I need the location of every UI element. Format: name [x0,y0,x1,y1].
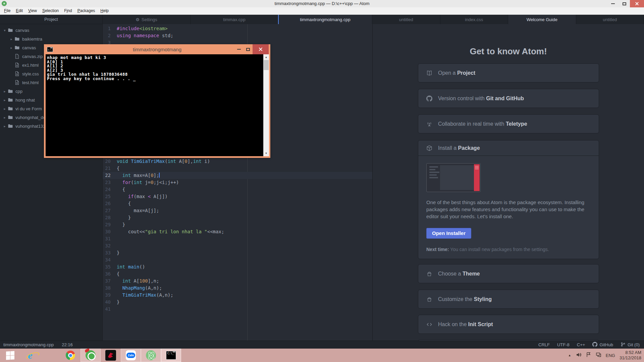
tree-item-label: cpp [15,89,22,94]
code-line-20[interactable]: 20void TimGiaTriMax(int A[0],int i) [103,158,372,165]
welcome-card-init-script[interactable]: Hack on the Init Script [418,315,599,334]
code-line-41[interactable]: 41 [103,306,372,313]
tab-1-index-css[interactable]: index.css [440,15,508,24]
tab-0-untitled[interactable]: untitled [372,15,440,24]
code-line-33[interactable]: 33} [103,249,372,256]
console-window[interactable]: C:\ timmaxtrongmotmang nhap mot mang bat… [44,44,270,158]
console-maximize-button[interactable] [244,44,253,54]
card-header: Version control with Git and GitHub [418,89,599,108]
code-line-39[interactable]: 39 TimGiaTriMax(A,n); [103,292,372,299]
code-text [115,235,117,242]
card-label: Choose a Theme [438,271,480,277]
scrollbar-thumb[interactable] [264,60,269,70]
console-close-button[interactable] [253,44,269,54]
window-close-button[interactable] [630,0,644,7]
action-center-flag-icon[interactable] [586,352,591,359]
taskbar-explorer-icon[interactable] [40,349,60,362]
tab-0-settings[interactable]: ⚙Settings [103,15,191,24]
tree-folder-baikiemtra[interactable]: ▸baikiemtra [0,35,102,43]
menu-view[interactable]: View [25,7,40,14]
taskbar-start-button[interactable] [0,349,20,362]
tray-chevron-up-icon[interactable]: ▲ [568,354,571,357]
code-text: { [115,270,119,278]
window-maximize-button[interactable] [619,0,630,7]
tree-folder-canvas[interactable]: ▾canvas [0,26,102,35]
menu-packages[interactable]: Packages [75,7,98,14]
taskbar-chrome-icon[interactable] [60,349,80,362]
language-indicator[interactable]: ENG [606,353,615,358]
status-filename[interactable]: timmaxtrongmotmang.cpp [3,342,54,347]
tab-1-timmax-cpp[interactable]: timmax.cpp [191,15,278,24]
scroll-up-icon[interactable]: ▲ [263,54,269,60]
window-minimize-button[interactable] [607,0,619,7]
code-line-36[interactable]: 36{ [103,270,372,278]
code-text: int A[100],n; [115,278,159,285]
taskbar-garena-icon[interactable] [101,349,121,362]
code-line-25[interactable]: 25 if(max < A[j]) [103,193,372,200]
code-text: int main() [115,263,145,270]
status-crlf[interactable]: CRLF [538,342,550,347]
code-line-30[interactable]: 30 cout<<"gia tri lon nhat la "<<max; [103,228,372,235]
volume-icon[interactable] [576,352,581,359]
code-line-23[interactable]: 23 for(int j=0;j<i;j++) [103,179,372,186]
clock[interactable]: 8:52 AM 31/12/2018 [620,350,641,361]
code-line-35[interactable]: 35int main() [103,263,372,270]
screen: timmaxtrongmotmang.cpp — D:\c++\cpp — At… [0,0,644,362]
menu-selection[interactable]: Selection [40,7,61,14]
line-number: 22 [103,172,115,179]
status-bar: timmaxtrongmotmang.cpp 22:16 CRLFUTF-8C+… [0,341,644,349]
open-installer-button[interactable]: Open Installer [426,228,471,239]
code-line-26[interactable]: 26 { [103,200,372,207]
menu-file[interactable]: File [1,7,13,14]
code-line-38[interactable]: 38 NhapMang(A,n); [103,285,372,292]
menu-help[interactable]: Help [98,7,111,14]
welcome-card-git-and-github[interactable]: Version control with Git and GitHub [418,89,599,108]
code-line-24[interactable]: 24 { [103,186,372,193]
code-line-34[interactable]: 34 [103,256,372,263]
tree-item-label: canvas [22,45,36,50]
status-utf-8[interactable]: UTF-8 [557,342,570,347]
console-scrollbar[interactable]: ▲ ▼ [263,54,269,156]
code-lines-top: 1#include<iostream>2using namespace std;… [103,25,372,46]
code-line-32[interactable]: 32 [103,242,372,249]
tab-2-timmaxtrongmotmang-cpp[interactable]: timmaxtrongmotmang.cpp [278,15,372,24]
line-number: 36 [103,270,115,278]
taskbar-cmd-icon[interactable]: C:\_ [161,349,181,362]
code-line-29[interactable]: 29 } [103,221,372,228]
status-git[interactable]: Git (0) [621,342,640,348]
tab-3-untitled[interactable]: untitled [576,15,644,24]
code-line-31[interactable]: 31 [103,235,372,242]
code-text [115,256,117,263]
welcome-card-package[interactable]: Install a PackageOne of the best things … [418,140,599,259]
taskbar-atom-icon[interactable] [141,349,161,362]
code-line-1[interactable]: 1#include<iostream> [103,25,372,32]
line-number: 28 [103,214,115,221]
status-cursor-position[interactable]: 22:16 [62,342,73,347]
welcome-card-teletype[interactable]: Collaborate in real time with Teletype [418,114,599,133]
taskbar-coccoc-icon[interactable] [80,349,101,362]
console-body[interactable]: nhap mot mang bat ki 3A[0] 1A[1] 2A[2] 3… [46,54,269,156]
console-titlebar[interactable]: C:\ timmaxtrongmotmang [44,44,270,54]
taskbar-zalo-icon[interactable]: Zalo [121,349,141,362]
taskbar-ie-icon[interactable]: e [20,349,40,362]
console-minimize-button[interactable] [234,44,244,54]
scroll-down-icon[interactable]: ▼ [263,150,269,156]
welcome-card-theme[interactable]: Choose a Theme [418,264,599,283]
menu-edit[interactable]: Edit [13,7,25,14]
network-icon[interactable] [596,352,601,359]
code-line-22[interactable]: 22 int max=A[0]; [103,172,372,179]
code-line-28[interactable]: 28 } [103,214,372,221]
welcome-card-styling[interactable]: Customize the Styling [418,290,599,309]
tab-2-welcome-guide[interactable]: Welcome Guide [508,15,576,24]
code-text: #include<iostream> [115,25,168,32]
code-line-2[interactable]: 2using namespace std; [103,32,372,39]
code-line-27[interactable]: 27 max=A[j]; [103,207,372,214]
status-c[interactable]: C++ [577,342,585,347]
menu-find[interactable]: Find [61,7,74,14]
welcome-card-project[interactable]: Open a Project [418,63,599,82]
code-line-21[interactable]: 21{ [103,165,372,172]
code-line-40[interactable]: 40} [103,299,372,306]
console-output[interactable]: nhap mot mang bat ki 3A[0] 1A[1] 2A[2] 3… [46,54,263,156]
code-line-37[interactable]: 37 int A[100],n; [103,278,372,285]
status-github[interactable]: GitHub [592,342,613,348]
